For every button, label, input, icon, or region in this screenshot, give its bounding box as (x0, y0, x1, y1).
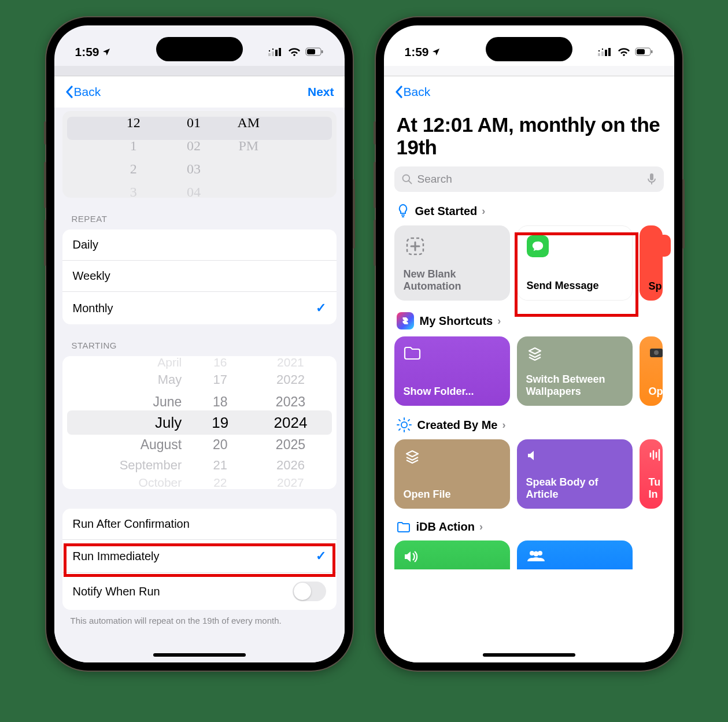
cellular-icon (268, 47, 283, 57)
sun-icon (397, 417, 412, 432)
back-button[interactable]: Back (394, 85, 431, 99)
run-immediately[interactable]: Run Immediately ✓ (62, 540, 337, 573)
next-button[interactable]: Next (308, 85, 334, 99)
nav-bar: Back (384, 76, 674, 108)
svg-point-4 (268, 50, 269, 51)
status-time: 1:59 (405, 45, 429, 59)
card-partial[interactable]: Sp (640, 225, 663, 301)
status-time: 1:59 (75, 45, 99, 59)
location-arrow-icon (431, 47, 441, 57)
category-label: Created By Me (417, 419, 498, 432)
run-after-confirmation[interactable]: Run After Confirmation (62, 509, 337, 540)
plus-dashed-icon (404, 235, 427, 258)
picker-year: 2024 (245, 414, 336, 432)
battery-icon (305, 47, 324, 57)
home-indicator[interactable] (153, 653, 246, 657)
category-my-shortcuts[interactable]: My Shortcuts › (384, 301, 674, 336)
repeat-header: REPEAT (54, 198, 345, 229)
svg-point-28 (654, 350, 659, 355)
checkmark-icon: ✓ (316, 301, 326, 316)
svg-rect-8 (321, 50, 323, 53)
svg-line-37 (399, 429, 400, 430)
category-get-started[interactable]: Get Started › (384, 192, 674, 225)
repeat-weekly[interactable]: Weekly (62, 261, 337, 292)
messages-icon (527, 235, 549, 257)
svg-point-5 (272, 49, 273, 50)
wifi-icon (288, 47, 301, 57)
back-button[interactable]: Back (65, 85, 101, 99)
svg-rect-7 (307, 49, 315, 54)
speaker-loud-icon (404, 550, 420, 564)
picker-minute: 01 (172, 111, 216, 134)
svg-line-34 (399, 420, 400, 421)
card-partial[interactable]: Tu In (640, 439, 663, 509)
svg-line-35 (408, 429, 409, 430)
svg-line-19 (408, 181, 411, 184)
date-picker[interactable]: April162021 May172022 June182023 July192… (62, 356, 337, 489)
home-indicator[interactable] (483, 653, 575, 657)
search-placeholder: Search (417, 173, 452, 186)
footer-text: This automation will repeat on the 19th … (54, 610, 345, 631)
card-partial[interactable] (394, 540, 510, 569)
dynamic-island (486, 37, 572, 61)
notify-toggle[interactable] (293, 582, 326, 601)
repeat-daily[interactable]: Daily (62, 229, 337, 261)
svg-rect-17 (651, 50, 653, 53)
chevron-left-icon (394, 86, 402, 98)
content-right: At 12:01 AM, monthly on the 19th Search … (384, 108, 674, 662)
side-button (44, 162, 46, 208)
sheet-handle (384, 66, 674, 76)
card-open-file[interactable]: Open File (394, 439, 510, 509)
screen-right: 1:59 Back At 12:01 AM, monthl (384, 25, 674, 662)
repeat-list: Daily Weekly Monthly ✓ (62, 229, 337, 324)
card-partial[interactable] (517, 540, 633, 569)
time-picker[interactable]: 12 1 2 3 01 02 03 04 AM PM (62, 111, 337, 198)
side-button (682, 179, 685, 249)
side-button (374, 121, 376, 145)
stack-icon (404, 449, 421, 466)
nav-bar: Back Next (54, 76, 345, 108)
card-send-message[interactable]: Send Message (517, 225, 633, 301)
svg-rect-12 (608, 48, 611, 56)
side-button (353, 179, 355, 249)
side-button (374, 220, 376, 266)
repeat-monthly[interactable]: Monthly ✓ (62, 292, 337, 324)
chevron-left-icon (65, 86, 73, 98)
picker-day: 19 (195, 414, 245, 432)
side-button (374, 162, 376, 208)
idb-action-cards (384, 540, 674, 569)
starting-header: STARTING (54, 324, 345, 356)
search-input[interactable]: Search (394, 166, 664, 192)
folder-blue-icon (397, 521, 411, 534)
svg-rect-2 (275, 50, 278, 56)
card-show-folder[interactable]: Show Folder... (394, 336, 510, 406)
card-switch-wallpapers[interactable]: Switch Between Wallpapers (517, 336, 633, 406)
wifi-icon (618, 47, 630, 57)
svg-rect-10 (601, 51, 604, 56)
category-idb-action[interactable]: iDB Action › (384, 509, 674, 540)
sheet-handle (54, 66, 345, 76)
search-icon (401, 173, 413, 185)
folder-icon (404, 346, 421, 361)
back-label: Back (404, 85, 431, 99)
dynamic-island (156, 37, 243, 61)
svg-line-36 (408, 420, 409, 421)
speaker-icon (526, 449, 540, 462)
notify-when-run[interactable]: Notify When Run (62, 573, 337, 610)
card-speak-body[interactable]: Speak Body of Article (517, 439, 633, 509)
svg-rect-9 (598, 53, 600, 56)
card-partial[interactable]: Op (640, 336, 663, 406)
card-new-blank-automation[interactable]: New Blank Automation (394, 225, 510, 301)
category-created-by-me[interactable]: Created By Me › (384, 406, 674, 439)
my-shortcuts-cards: Show Folder... Switch Between Wallpapers… (384, 336, 674, 406)
app-icon (649, 235, 671, 257)
svg-rect-16 (637, 49, 645, 54)
content-left: 12 1 2 3 01 02 03 04 AM PM REPEAT (54, 108, 345, 662)
microphone-icon[interactable] (646, 173, 657, 186)
chevron-right-icon: › (482, 205, 485, 217)
chevron-right-icon: › (502, 419, 505, 431)
checkmark-icon: ✓ (316, 549, 326, 564)
camera-icon (649, 346, 664, 358)
svg-rect-11 (605, 50, 607, 56)
side-button (44, 220, 46, 266)
